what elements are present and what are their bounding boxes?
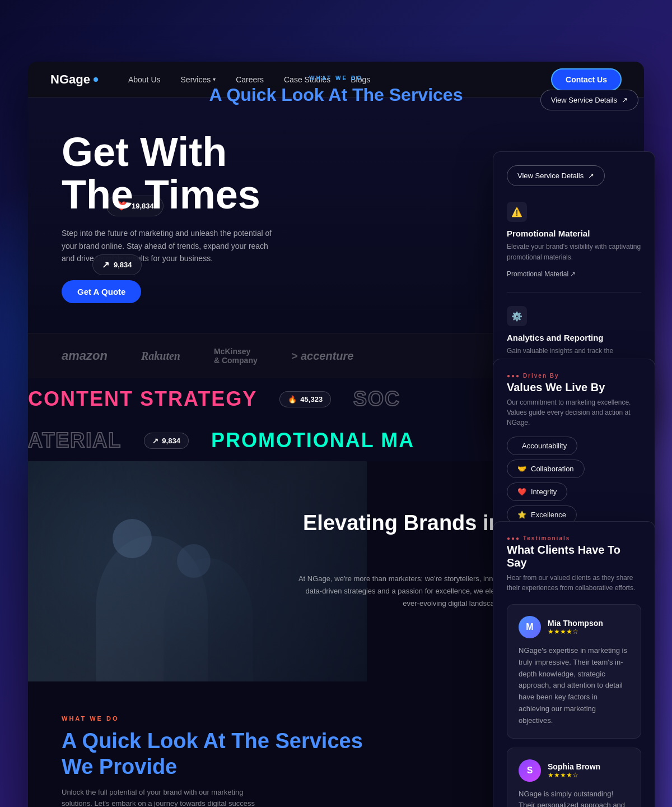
values-driven-tag: ●●● Driven By xyxy=(507,373,641,379)
testimonial-text-0: NGage's expertise in marketing is truly … xyxy=(519,645,629,727)
panel-service-item-0: ⚠️ Promotional Material Elevate your bra… xyxy=(507,202,641,293)
partner-accenture: > accenture xyxy=(291,350,354,363)
testimonial-name-1: Sophia Brown xyxy=(548,762,600,771)
shares-icon: ↗ xyxy=(102,259,109,270)
panel-service-icon-0: ⚠️ xyxy=(507,202,527,222)
collaboration-icon: 🤝 xyxy=(517,465,526,473)
panel-service-name-1: Analytics and Reporting xyxy=(507,333,641,342)
top-tag: WHAT WE DO xyxy=(209,75,463,81)
integrity-icon: ❤️ xyxy=(517,488,526,496)
value-tag-collaboration: 🤝 Collaboration xyxy=(507,460,585,478)
testimonial-header-0: M Mia Thompson ★★★★☆ xyxy=(519,616,629,638)
values-panel-desc: Our commitment to marketing excellence. … xyxy=(507,397,641,428)
testimonial-stars-1: ★★★★☆ xyxy=(548,771,600,779)
testimonial-avatar-0: M xyxy=(519,616,541,638)
panel-service-link-0[interactable]: Promotional Material ↗ xyxy=(507,270,576,278)
value-tag-integrity: ❤️ Integrity xyxy=(507,483,567,501)
marquee-badge-shares: ↗9,834 xyxy=(144,433,189,449)
services-tag: WHAT WE DO xyxy=(62,715,363,722)
panel-service-desc-0: Elevate your brand's visibility with cap… xyxy=(507,242,641,263)
excellence-icon: ⭐ xyxy=(517,511,526,519)
value-tag-accountability: Accountability xyxy=(507,437,577,455)
testimonial-info-1: Sophia Brown ★★★★☆ xyxy=(548,762,600,779)
panel-service-icon-1: ⚙️ xyxy=(507,306,527,326)
values-panel-title: Values We Live By xyxy=(507,381,641,394)
logo[interactable]: NGage xyxy=(50,72,98,87)
marquee-text-soc: SOC xyxy=(353,387,400,411)
testimonial-card-1: S Sophia Brown ★★★★☆ NGage is simply out… xyxy=(507,748,641,807)
services-subtitle: Unlock the full potential of your brand … xyxy=(62,787,274,807)
top-view-service-button[interactable]: View Service Details ↗ xyxy=(540,90,638,110)
contact-us-button[interactable]: Contact Us xyxy=(551,68,622,91)
top-title: A Quick Look At The Services xyxy=(209,85,463,105)
testimonials-panel-desc: Hear from our valued clients as they sha… xyxy=(507,573,641,593)
partner-mckinsey: McKinsey& Company xyxy=(214,347,258,365)
testimonial-name-0: Mia Thompson xyxy=(548,619,603,628)
testimonial-info-0: Mia Thompson ★★★★☆ xyxy=(548,619,603,636)
marquee-text-promotional: PROMOTIONAL MA xyxy=(211,429,414,452)
services-header-left: WHAT WE DO A Quick Look At The Services … xyxy=(62,715,363,807)
shares-badge: ↗ 9,834 xyxy=(92,254,142,275)
logo-dot xyxy=(94,77,98,82)
values-tags: Accountability 🤝 Collaboration ❤️ Integr… xyxy=(507,437,641,524)
testimonials-panel: ●●● Testimonials What Clients Have To Sa… xyxy=(493,521,655,807)
partner-amazon: amazon xyxy=(62,349,108,363)
testimonials-panel-title: What Clients Have To Say xyxy=(507,544,641,569)
panel-view-service-button[interactable]: View Service Details ↗ xyxy=(507,165,605,186)
values-panel: ●●● Driven By Values We Live By Our comm… xyxy=(493,359,655,538)
nav-about[interactable]: About Us xyxy=(120,71,169,89)
testimonial-text-1: NGage is simply outstanding! Their perso… xyxy=(519,789,629,807)
testimonial-card-0: M Mia Thompson ★★★★☆ NGage's expertise i… xyxy=(507,604,641,739)
hero-get-quote-button[interactable]: Get A Quote xyxy=(62,280,141,303)
marquee-text-aterial: ATERIAL xyxy=(28,429,122,452)
marquee-badge-fire: 🔥45,323 xyxy=(279,391,331,407)
services-title: A Quick Look At The Services We Provide xyxy=(62,729,363,780)
partner-rakuten: Rakuten xyxy=(141,350,180,363)
top-section-header: WHAT WE DO A Quick Look At The Services xyxy=(209,75,463,105)
marquee-text-content-strategy: CONTENT STRATEGY xyxy=(28,387,257,411)
testimonials-tag: ●●● Testimonials xyxy=(507,535,641,541)
panel-service-name-0: Promotional Material xyxy=(507,229,641,238)
testimonial-header-1: S Sophia Brown ★★★★☆ xyxy=(519,759,629,782)
testimonial-stars-0: ★★★★☆ xyxy=(548,628,603,636)
testimonial-avatar-1: S xyxy=(519,759,541,782)
